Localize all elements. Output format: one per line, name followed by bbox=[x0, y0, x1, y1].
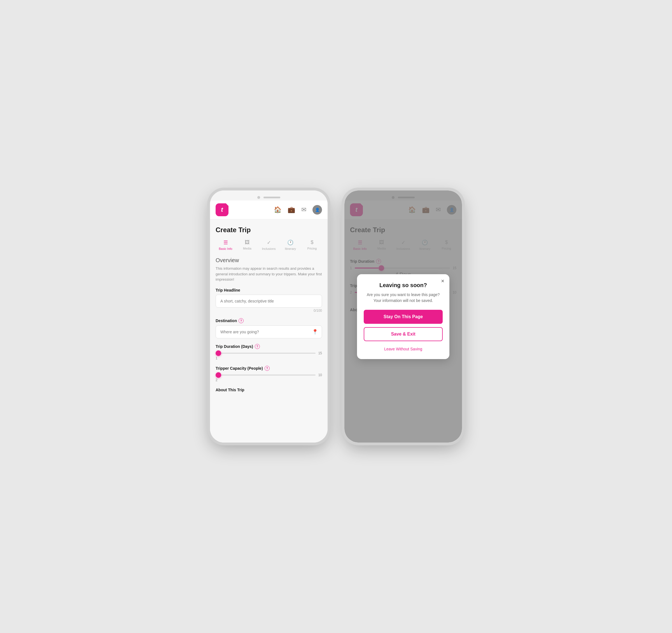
camera-dot bbox=[257, 196, 260, 199]
dialog-overlay: × Leaving so soon? Are you sure you want… bbox=[344, 190, 462, 443]
speaker-bar bbox=[263, 196, 280, 198]
tab-basic-info-icon: ☰ bbox=[223, 239, 228, 245]
dialog-close-button[interactable]: × bbox=[441, 278, 445, 284]
phone-top-bar bbox=[210, 190, 328, 201]
app-logo: t bbox=[216, 203, 229, 216]
trip-duration-help-icon[interactable]: ? bbox=[255, 344, 260, 349]
phone-2: t 🏠 💼 ✉ 👤 Create Trip ☰ Basic Info 🖼 Med… bbox=[344, 190, 462, 443]
tripper-capacity-help-icon[interactable]: ? bbox=[265, 366, 270, 371]
tripper-capacity-label: Tripper Capacity (People) ? bbox=[216, 366, 322, 371]
trip-duration-thumb[interactable] bbox=[216, 350, 221, 356]
trip-duration-slider-row: 15 bbox=[216, 351, 322, 355]
about-trip-label: About This Trip bbox=[216, 388, 322, 392]
trip-duration-track[interactable] bbox=[216, 353, 316, 354]
nav-bar: t 🏠 💼 ✉ 👤 bbox=[210, 201, 328, 219]
tripper-capacity-track[interactable] bbox=[216, 374, 316, 376]
save-and-exit-button[interactable]: Save & Exit bbox=[364, 327, 443, 341]
tab-inclusions-label: Inclusions bbox=[262, 247, 276, 251]
dialog-description: Are you sure you want to leave this page… bbox=[364, 292, 443, 304]
tripper-capacity-labels: 2 bbox=[216, 378, 322, 382]
trip-duration-labels: 1 bbox=[216, 356, 322, 360]
destination-help-icon[interactable]: ? bbox=[239, 318, 244, 323]
leave-dialog: × Leaving so soon? Are you sure you want… bbox=[357, 274, 449, 359]
avatar[interactable]: 👤 bbox=[312, 205, 322, 214]
tab-pricing[interactable]: $ Pricing bbox=[302, 239, 322, 251]
mail-icon[interactable]: ✉ bbox=[301, 206, 306, 213]
nav-icons: 🏠 💼 ✉ 👤 bbox=[237, 205, 322, 214]
tab-itinerary[interactable]: 🕐 Itinerary bbox=[281, 239, 301, 251]
tab-itinerary-icon: 🕐 bbox=[287, 239, 293, 245]
tripper-capacity-group: Tripper Capacity (People) ? 10 2 bbox=[216, 366, 322, 382]
tripper-capacity-thumb[interactable] bbox=[216, 372, 221, 378]
overview-description: This information may appear in search re… bbox=[216, 266, 322, 282]
briefcase-icon[interactable]: 💼 bbox=[288, 206, 295, 213]
phone-content: Create Trip ☰ Basic Info 🖼 Media ✓ Inclu… bbox=[210, 219, 328, 443]
tab-inclusions[interactable]: ✓ Inclusions bbox=[259, 239, 279, 251]
tab-pricing-icon: $ bbox=[311, 239, 313, 245]
dialog-title: Leaving so soon? bbox=[364, 282, 443, 288]
leave-without-saving-button[interactable]: Leave Without Saving bbox=[364, 345, 443, 353]
tab-itinerary-label: Itinerary bbox=[285, 247, 296, 251]
location-icon: 📍 bbox=[312, 329, 318, 335]
tab-media-label: Media bbox=[243, 247, 251, 250]
overview-title: Overview bbox=[216, 257, 322, 263]
trip-duration-label: Trip Duration (Days) ? bbox=[216, 344, 322, 349]
trip-duration-min-label: 1 bbox=[216, 356, 218, 360]
page-title: Create Trip bbox=[216, 226, 322, 234]
char-count: 0/100 bbox=[216, 309, 322, 312]
tab-basic-info-label: Basic Info bbox=[219, 247, 232, 251]
about-trip-group: About This Trip bbox=[216, 388, 322, 392]
destination-input-wrapper: 📍 bbox=[216, 326, 322, 338]
tab-basic-info[interactable]: ☰ Basic Info bbox=[216, 239, 236, 251]
trip-headline-group: Trip Headline 0/100 bbox=[216, 288, 322, 312]
overview-section: Overview This information may appear in … bbox=[216, 257, 322, 282]
tripper-capacity-max: 10 bbox=[318, 373, 322, 377]
tab-media[interactable]: 🖼 Media bbox=[237, 239, 257, 251]
trip-headline-label: Trip Headline bbox=[216, 288, 322, 292]
destination-group: Destination ? 📍 bbox=[216, 318, 322, 338]
phone-1: t 🏠 💼 ✉ 👤 Create Trip ☰ Basic Info 🖼 Med… bbox=[210, 190, 328, 443]
trip-duration-max: 15 bbox=[318, 351, 322, 355]
tabs-bar: ☰ Basic Info 🖼 Media ✓ Inclusions 🕐 Itin… bbox=[216, 239, 322, 251]
tripper-capacity-min-label: 2 bbox=[216, 378, 218, 382]
tab-pricing-label: Pricing bbox=[308, 247, 317, 250]
tab-media-icon: 🖼 bbox=[245, 239, 250, 245]
tripper-capacity-slider-row: 10 bbox=[216, 373, 322, 377]
stay-on-page-button[interactable]: Stay On This Page bbox=[364, 310, 443, 324]
tab-inclusions-icon: ✓ bbox=[267, 239, 271, 245]
destination-input[interactable] bbox=[216, 326, 322, 338]
home-icon[interactable]: 🏠 bbox=[274, 206, 281, 213]
trip-headline-input[interactable] bbox=[216, 295, 322, 307]
trip-duration-group: Trip Duration (Days) ? 15 1 bbox=[216, 344, 322, 360]
destination-label: Destination ? bbox=[216, 318, 322, 323]
